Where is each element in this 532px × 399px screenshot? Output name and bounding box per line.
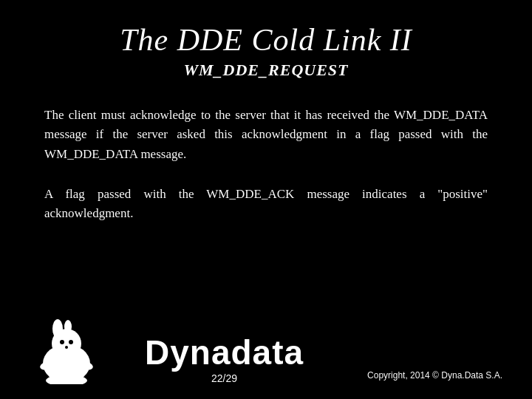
svg-point-4	[60, 340, 64, 344]
brand-name: Dynadata	[145, 332, 304, 372]
svg-point-2	[52, 319, 63, 338]
slide: The DDE Cold Link II WM_DDE_REQUEST The …	[0, 0, 532, 399]
slide-title: The DDE Cold Link II	[44, 22, 488, 58]
paragraph-2: A flag passed with the WM_DDE_ACK messag…	[44, 185, 488, 224]
svg-point-6	[65, 346, 68, 349]
slide-subtitle: WM_DDE_REQUEST	[44, 61, 488, 80]
footer: Dynadata 22/29 Copyright, 2014 © Dyna.Da…	[0, 318, 532, 384]
svg-point-5	[69, 340, 73, 344]
brand-section: Dynadata 22/29	[81, 332, 367, 384]
paragraph-1: The client must acknowledge to the serve…	[44, 106, 488, 164]
copyright-text: Copyright, 2014 © Dyna.Data S.A.	[367, 370, 502, 384]
svg-point-3	[64, 320, 72, 333]
slide-number: 22/29	[211, 372, 237, 384]
